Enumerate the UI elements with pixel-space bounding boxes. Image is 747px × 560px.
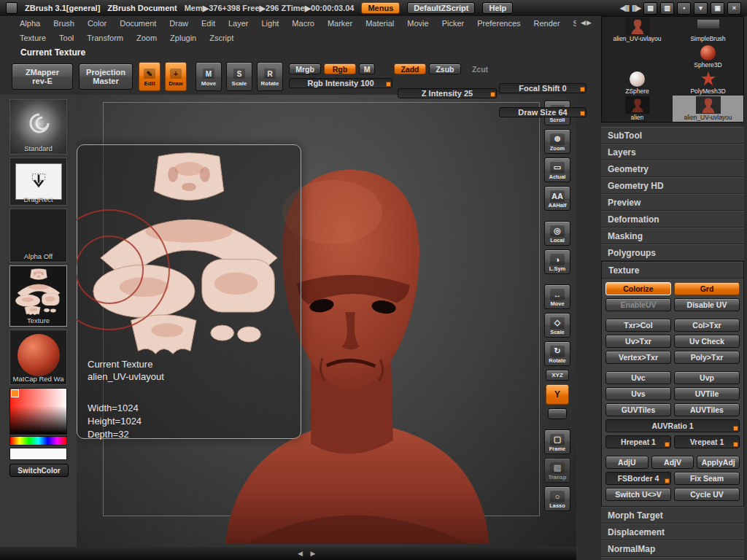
color-picker[interactable] bbox=[9, 388, 67, 435]
mrgb-button[interactable]: Mrgb bbox=[289, 63, 321, 74]
panel-divider-icon[interactable]: ◀▶ bbox=[581, 19, 592, 26]
frame-button[interactable]: ▢ Frame bbox=[544, 429, 570, 454]
tool-item[interactable]: alien bbox=[602, 96, 673, 122]
slider-nub-icon[interactable] bbox=[733, 426, 738, 431]
tool-item[interactable]: alien_UV-uvlayou bbox=[602, 17, 673, 43]
local-button[interactable]: ◎ Local bbox=[544, 221, 570, 246]
y-axis-button[interactable]: Y bbox=[546, 384, 569, 405]
z-intensity-slider[interactable]: Z Intensity 25 bbox=[398, 88, 497, 98]
document-canvas[interactable]: Current Texture alien_UV-uvlayout Width=… bbox=[77, 95, 576, 547]
hue-strip[interactable] bbox=[9, 436, 67, 446]
tool-item[interactable]: PolyMesh3D bbox=[673, 69, 743, 96]
menu-item[interactable]: Picker bbox=[436, 19, 471, 28]
move-button[interactable]: M Move bbox=[196, 62, 222, 91]
menu-item[interactable]: Brush bbox=[47, 19, 81, 28]
m-button[interactable]: M bbox=[359, 63, 375, 74]
actual-button[interactable]: ▭ Actual bbox=[544, 158, 570, 182]
palette-section[interactable]: SubTool bbox=[601, 127, 744, 144]
restore-icon[interactable]: ▣ bbox=[711, 2, 724, 15]
palette-section[interactable]: Displacement bbox=[601, 524, 744, 540]
adjv-button[interactable]: AdjV bbox=[651, 456, 694, 469]
fsborder-slider[interactable]: FSBorder 4 bbox=[605, 472, 671, 485]
tool-item[interactable]: Sphere3D bbox=[673, 43, 743, 69]
menu-item[interactable]: Movie bbox=[400, 19, 435, 28]
menu-item[interactable]: Preferences bbox=[471, 19, 527, 28]
menu-item[interactable]: Zscript bbox=[203, 34, 240, 42]
vrepeat-slider[interactable]: Vrepeat 1 bbox=[674, 435, 740, 448]
menu-item[interactable]: Marker bbox=[321, 19, 359, 28]
menu-item[interactable]: Render bbox=[527, 19, 567, 28]
close-icon[interactable]: × bbox=[727, 2, 741, 15]
uvc-button[interactable]: Uvc bbox=[605, 371, 671, 384]
draw-button[interactable]: + Draw bbox=[165, 62, 187, 91]
palette-section[interactable]: Polygroups bbox=[601, 244, 744, 261]
tool-item[interactable] bbox=[602, 43, 673, 69]
applyadj-button[interactable]: ApplyAdj bbox=[697, 456, 740, 469]
zoom-button[interactable]: ⊕ Zoom bbox=[544, 129, 570, 154]
menu-item[interactable]: Color bbox=[81, 19, 113, 28]
menu-item[interactable]: Zoom bbox=[130, 34, 163, 42]
draw-size-slider[interactable]: Draw Size 64 bbox=[499, 107, 587, 117]
cycle-uv-button[interactable]: Cycle UV bbox=[674, 488, 740, 501]
vertex-txr-button[interactable]: Vertex>Txr bbox=[605, 351, 671, 364]
fix-seam-button[interactable]: Fix Seam bbox=[674, 472, 740, 485]
brush-selector[interactable]: Standard bbox=[9, 99, 67, 155]
menu-item[interactable]: Tool bbox=[53, 34, 80, 42]
help-button[interactable]: Help bbox=[482, 2, 513, 14]
projection-master-button[interactable]: Projection Master bbox=[79, 63, 133, 90]
axis-extra-button[interactable] bbox=[548, 408, 567, 419]
menu-item[interactable]: Edit bbox=[195, 19, 222, 28]
scale-button[interactable]: S Scale bbox=[226, 62, 252, 91]
transp-button[interactable]: ▨ Transp bbox=[544, 458, 570, 483]
slider-nub-icon[interactable] bbox=[580, 87, 585, 92]
palette-section[interactable]: Deformation bbox=[601, 211, 744, 228]
rgb-button[interactable]: Rgb bbox=[324, 63, 356, 74]
xyz-button[interactable]: XYZ bbox=[546, 370, 569, 381]
menu-item[interactable]: Transform bbox=[80, 34, 130, 42]
bottom-scrollbar[interactable]: ◀ ▶ bbox=[0, 547, 576, 560]
palette-section[interactable]: Geometry bbox=[601, 160, 744, 177]
auvtiles-button[interactable]: AUVTiles bbox=[674, 403, 740, 416]
poly-txr-button[interactable]: Poly>Txr bbox=[674, 351, 740, 364]
edit-button[interactable]: ✎ Edit bbox=[139, 62, 160, 91]
dock-right-icon[interactable]: ▥ bbox=[660, 2, 674, 15]
current-color-swatch[interactable] bbox=[9, 448, 67, 460]
palette-section[interactable]: Preview bbox=[601, 194, 744, 211]
move-canvas-button[interactable]: ↔ Move bbox=[544, 284, 570, 309]
dock-left-icon[interactable]: ▤ bbox=[643, 2, 657, 15]
slider-nub-icon[interactable] bbox=[580, 111, 585, 116]
menu-item[interactable]: Layer bbox=[222, 19, 255, 28]
scale-canvas-button[interactable]: ◇ Scale bbox=[544, 313, 570, 338]
scroll-arrows-icon[interactable]: ◀ ▶ bbox=[298, 550, 318, 557]
lasso-button[interactable]: ○ Lasso bbox=[544, 486, 570, 511]
txr-col-button[interactable]: Txr>Col bbox=[605, 319, 671, 332]
texture-section-header[interactable]: Texture bbox=[602, 262, 743, 279]
lock-icon[interactable]: ▪ bbox=[677, 2, 691, 15]
uvtile-button[interactable]: UVTile bbox=[674, 387, 740, 400]
tool-item-selected[interactable]: alien_UV-uvlayou bbox=[673, 96, 743, 122]
hrepeat-slider[interactable]: Hrepeat 1 bbox=[605, 435, 671, 448]
rotate-button[interactable]: R Rotate bbox=[257, 62, 283, 91]
switch-color-button[interactable]: SwitchColor bbox=[9, 464, 69, 477]
uv-txr-button[interactable]: Uv>Txr bbox=[605, 335, 671, 348]
uv-check-button[interactable]: Uv Check bbox=[674, 335, 740, 348]
palette-section[interactable]: NormalMap bbox=[601, 540, 744, 557]
menu-item[interactable]: Zplugin bbox=[163, 34, 203, 42]
disable-uv-button[interactable]: Disable UV bbox=[674, 298, 740, 311]
slider-nub-icon[interactable] bbox=[665, 478, 670, 483]
menu-item[interactable]: Macro bbox=[285, 19, 321, 28]
palette-section[interactable]: Geometry HD bbox=[601, 177, 744, 194]
menu-item[interactable]: Draw bbox=[163, 19, 195, 28]
menu-item[interactable]: Light bbox=[255, 19, 286, 28]
focal-shift-slider[interactable]: Focal Shift 0 bbox=[499, 83, 587, 93]
stroke-selector[interactable]: DragRect bbox=[9, 158, 67, 206]
collapse-icon[interactable]: ▾ bbox=[694, 2, 708, 15]
zsub-button[interactable]: Zsub bbox=[429, 63, 461, 74]
tool-item[interactable]: ZSphere bbox=[602, 69, 673, 96]
rotate-canvas-button[interactable]: ↻ Rotate bbox=[544, 341, 570, 366]
switch-uv-button[interactable]: Switch U<>V bbox=[605, 488, 671, 501]
zmapper-button[interactable]: ZMapper rev-E bbox=[12, 63, 73, 90]
palette-section[interactable]: Morph Target bbox=[601, 507, 744, 524]
tool-item[interactable]: SimpleBrush bbox=[673, 17, 743, 43]
slider-nub-icon[interactable] bbox=[665, 442, 670, 447]
